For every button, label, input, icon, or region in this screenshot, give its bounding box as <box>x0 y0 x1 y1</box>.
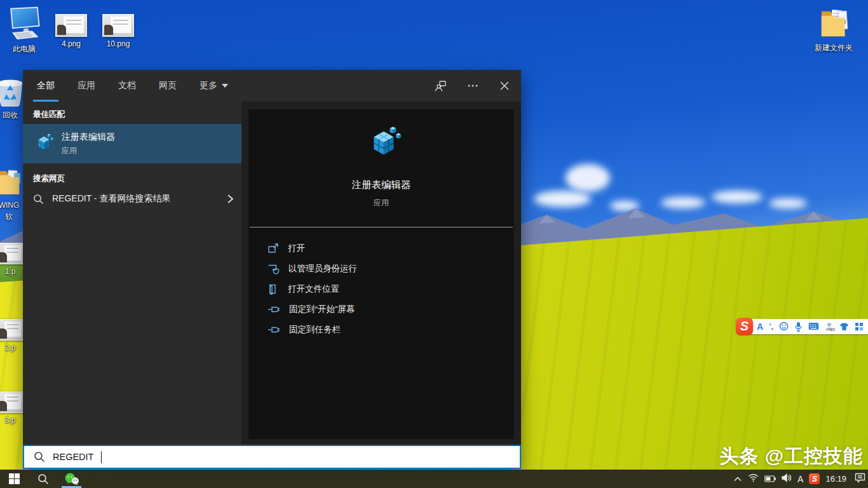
folder-icon <box>0 166 25 198</box>
desktop-icon-this-pc[interactable]: 此电脑 <box>0 6 48 53</box>
punctuation-icon[interactable]: ’, <box>769 323 773 330</box>
open-icon <box>268 243 279 254</box>
registry-editor-icon-large <box>362 125 401 164</box>
login-account-icon[interactable]: 25 <box>825 322 834 331</box>
text-caret <box>101 451 102 463</box>
chevron-down-icon <box>222 84 228 88</box>
desktop-icon-10png[interactable]: 10.png <box>94 14 142 48</box>
app-detail-pane: 注册表编辑器 应用 打开 <box>248 109 514 439</box>
start-button[interactable] <box>0 470 29 488</box>
thumb-line <box>7 400 18 402</box>
microphone-icon[interactable] <box>794 322 803 332</box>
taskbar: A S 16:19 <box>0 470 868 488</box>
ime-mode-indicator[interactable]: A <box>797 474 803 484</box>
battery-icon[interactable] <box>764 473 776 485</box>
icon-label: 回收 <box>3 111 18 119</box>
tab-all[interactable]: 全部 <box>33 70 58 102</box>
cloud <box>566 164 610 192</box>
emoji-icon[interactable] <box>779 322 789 331</box>
image-thumbnail <box>102 14 134 37</box>
options-ellipsis-icon[interactable] <box>466 79 479 92</box>
image-thumbnail <box>0 391 24 413</box>
icon-label: 软 <box>5 212 13 221</box>
desktop-icon-4png[interactable]: 4.png <box>47 14 95 48</box>
sogou-letter: S <box>812 475 817 484</box>
action-open[interactable]: 打开 <box>268 238 514 259</box>
action-label: 打开文件位置 <box>288 283 339 295</box>
sogou-logo-icon[interactable]: S <box>736 318 753 335</box>
search-input[interactable]: REGEDIT <box>23 445 521 469</box>
desktop-icon-new-folder[interactable]: 新建文件夹 <box>810 6 858 52</box>
web-search-header: 搜索网页 <box>23 172 241 185</box>
network-wifi-icon[interactable] <box>748 473 759 485</box>
action-pin-to-start[interactable]: 固定到“开始”屏幕 <box>268 299 514 320</box>
action-pin-to-taskbar[interactable]: 固定到任务栏 <box>268 320 514 340</box>
app-actions: 打开 以管理员身份运行 <box>248 227 514 340</box>
clock[interactable]: 16:19 <box>825 474 846 484</box>
result-subtitle: 应用 <box>62 146 115 156</box>
input-mode-icon[interactable]: A <box>757 322 763 331</box>
result-text: 注册表编辑器 应用 <box>62 132 115 156</box>
icon-label: 10.png <box>107 39 130 48</box>
thumb-line <box>66 24 81 25</box>
icon-label: 2.p <box>5 343 16 352</box>
sogou-tray-icon[interactable]: S <box>809 473 820 484</box>
windows-search-flyout: 全部 应用 文档 网页 更多 <box>23 70 521 469</box>
action-run-as-admin[interactable]: 以管理员身份运行 <box>268 259 514 279</box>
feedback-icon[interactable] <box>435 79 447 92</box>
thumb-line <box>113 20 128 21</box>
sogou-toolbar-pill: A ’, 25 <box>750 319 868 334</box>
icon-label: 3.p <box>5 416 16 424</box>
icon-label: 1.p <box>5 267 16 276</box>
tab-label: 网页 <box>159 80 177 92</box>
tab-web[interactable]: 网页 <box>155 70 180 102</box>
registry-editor-icon <box>32 133 53 154</box>
action-open-file-location[interactable]: 打开文件位置 <box>268 279 514 299</box>
close-icon[interactable] <box>498 79 511 92</box>
icon-label: 新建文件夹 <box>815 43 853 52</box>
action-label: 打开 <box>288 243 305 254</box>
thumb-line <box>7 248 18 249</box>
action-label: 固定到“开始”屏幕 <box>289 304 355 315</box>
wechat-icon <box>64 473 79 485</box>
tab-label: 全部 <box>37 80 55 92</box>
thumb-figure <box>0 329 7 339</box>
folder-icon <box>816 6 851 41</box>
tab-more[interactable]: 更多 <box>196 70 232 102</box>
skin-icon[interactable] <box>839 322 849 331</box>
icon-label: 此电脑 <box>13 44 36 53</box>
recycle-bin-icon <box>0 76 25 108</box>
search-results-area: 最佳匹配 注册表编辑器 应用 <box>23 102 521 445</box>
tab-apps[interactable]: 应用 <box>74 70 99 102</box>
toolbox-icon[interactable] <box>855 322 864 331</box>
action-center-icon[interactable] <box>855 473 865 485</box>
system-tray: A S 16:19 <box>733 470 868 488</box>
thumb-line <box>113 24 128 25</box>
search-tabs: 全部 应用 文档 网页 更多 <box>33 70 232 102</box>
tab-documents[interactable]: 文档 <box>114 70 140 102</box>
tray-expand-chevron-icon[interactable] <box>733 473 742 485</box>
web-search-result[interactable]: REGEDIT - 查看网络搜索结果 <box>23 185 241 213</box>
thumb-line <box>66 20 81 21</box>
thumb-line <box>7 324 18 325</box>
icon-label: 4.png <box>62 39 81 48</box>
thumb-figure <box>0 252 7 262</box>
pin-icon <box>268 325 280 335</box>
image-thumbnail <box>0 243 24 264</box>
search-icon <box>34 451 45 463</box>
taskbar-wechat-button[interactable] <box>57 470 86 488</box>
sogou-input-toolbar[interactable]: S A ’, 25 <box>736 318 868 335</box>
action-label: 以管理员身份运行 <box>288 263 357 274</box>
volume-icon[interactable] <box>782 473 792 485</box>
desktop: 此电脑 4.png 10.png 新建文件夹 <box>0 0 868 488</box>
search-icon <box>37 473 49 485</box>
result-registry-editor[interactable]: 注册表编辑器 应用 <box>23 124 241 163</box>
search-query-text: REGEDIT <box>53 452 93 462</box>
result-title: 注册表编辑器 <box>62 132 115 143</box>
search-icon <box>33 194 44 205</box>
image-thumbnail <box>55 14 87 37</box>
soft-keyboard-icon[interactable] <box>808 322 819 330</box>
thumb-figure <box>57 25 66 35</box>
taskbar-search-button[interactable] <box>29 470 57 488</box>
tab-label: 应用 <box>78 80 95 92</box>
